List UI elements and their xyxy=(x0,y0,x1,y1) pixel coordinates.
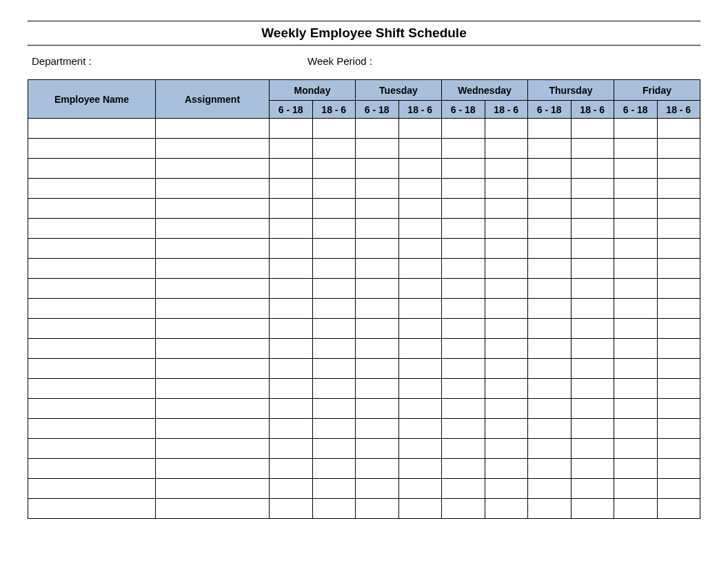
cell-shift xyxy=(398,259,442,279)
cell-shift xyxy=(657,479,700,499)
cell-employee-name xyxy=(28,239,156,259)
cell-shift xyxy=(270,479,313,499)
cell-shift xyxy=(312,159,356,179)
cell-shift xyxy=(442,399,485,419)
cell-shift xyxy=(442,439,485,459)
cell-shift xyxy=(356,199,399,219)
cell-shift xyxy=(614,439,658,459)
cell-shift xyxy=(528,239,572,259)
cell-shift xyxy=(356,139,399,159)
cell-shift xyxy=(571,399,614,419)
cell-shift xyxy=(485,299,528,319)
cell-shift xyxy=(614,179,658,199)
cell-employee-name xyxy=(28,479,156,499)
cell-shift xyxy=(442,159,485,179)
cell-shift xyxy=(270,139,313,159)
cell-shift xyxy=(398,159,442,179)
cell-shift xyxy=(614,339,658,359)
cell-shift xyxy=(398,359,442,379)
cell-shift xyxy=(442,219,485,239)
cell-shift xyxy=(571,439,614,459)
cell-shift xyxy=(398,339,442,359)
cell-employee-name xyxy=(28,379,156,399)
cell-shift xyxy=(312,119,356,139)
cell-shift xyxy=(356,459,399,479)
department-label: Department : xyxy=(32,55,307,67)
cell-shift xyxy=(312,279,356,299)
cell-shift xyxy=(312,499,356,519)
cell-shift xyxy=(398,459,442,479)
cell-shift xyxy=(485,479,528,499)
cell-shift xyxy=(270,119,313,139)
cell-shift xyxy=(571,199,614,219)
cell-assignment xyxy=(156,199,270,219)
cell-assignment xyxy=(156,479,270,499)
cell-shift xyxy=(657,259,700,279)
cell-shift xyxy=(528,379,572,399)
cell-shift xyxy=(571,479,614,499)
cell-shift xyxy=(614,459,658,479)
cell-shift xyxy=(398,439,442,459)
table-row xyxy=(28,399,700,419)
cell-assignment xyxy=(156,299,270,319)
cell-shift xyxy=(312,439,356,459)
cell-shift xyxy=(270,319,313,339)
cell-shift xyxy=(657,459,700,479)
cell-shift xyxy=(485,219,528,239)
cell-shift xyxy=(657,279,700,299)
cell-shift xyxy=(485,339,528,359)
cell-shift xyxy=(442,319,485,339)
cell-shift xyxy=(485,499,528,519)
cell-shift xyxy=(657,339,700,359)
cell-shift xyxy=(442,339,485,359)
cell-shift xyxy=(485,159,528,179)
header-shift: 6 - 18 xyxy=(356,101,399,119)
cell-shift xyxy=(398,279,442,299)
cell-shift xyxy=(657,299,700,319)
cell-shift xyxy=(528,399,572,419)
cell-shift xyxy=(312,239,356,259)
cell-shift xyxy=(485,319,528,339)
cell-employee-name xyxy=(28,199,156,219)
cell-assignment xyxy=(156,459,270,479)
cell-shift xyxy=(270,179,313,199)
table-row xyxy=(28,239,700,259)
cell-shift xyxy=(528,319,572,339)
cell-shift xyxy=(356,259,399,279)
cell-shift xyxy=(528,299,572,319)
cell-shift xyxy=(485,459,528,479)
cell-shift xyxy=(356,439,399,459)
cell-employee-name xyxy=(28,439,156,459)
cell-shift xyxy=(528,499,572,519)
header-shift: 6 - 18 xyxy=(270,101,313,119)
cell-shift xyxy=(614,259,658,279)
cell-shift xyxy=(528,219,572,239)
cell-shift xyxy=(657,119,700,139)
cell-shift xyxy=(614,139,658,159)
cell-shift xyxy=(528,159,572,179)
table-row xyxy=(28,379,700,399)
header-shift: 18 - 6 xyxy=(571,101,614,119)
cell-shift xyxy=(571,359,614,379)
header-shift: 6 - 18 xyxy=(614,101,658,119)
table-row xyxy=(28,199,700,219)
cell-shift xyxy=(442,479,485,499)
cell-assignment xyxy=(156,279,270,299)
cell-shift xyxy=(657,499,700,519)
cell-shift xyxy=(356,499,399,519)
title-section: Weekly Employee Shift Schedule xyxy=(28,21,700,46)
cell-shift xyxy=(356,479,399,499)
header-shift: 6 - 18 xyxy=(442,101,485,119)
cell-shift xyxy=(442,239,485,259)
cell-shift xyxy=(442,179,485,199)
cell-shift xyxy=(528,199,572,219)
cell-shift xyxy=(312,359,356,379)
table-row xyxy=(28,479,700,499)
cell-shift xyxy=(442,259,485,279)
table-row xyxy=(28,459,700,479)
cell-shift xyxy=(485,199,528,219)
table-row xyxy=(28,299,700,319)
cell-assignment xyxy=(156,419,270,439)
cell-shift xyxy=(442,419,485,439)
cell-shift xyxy=(442,459,485,479)
